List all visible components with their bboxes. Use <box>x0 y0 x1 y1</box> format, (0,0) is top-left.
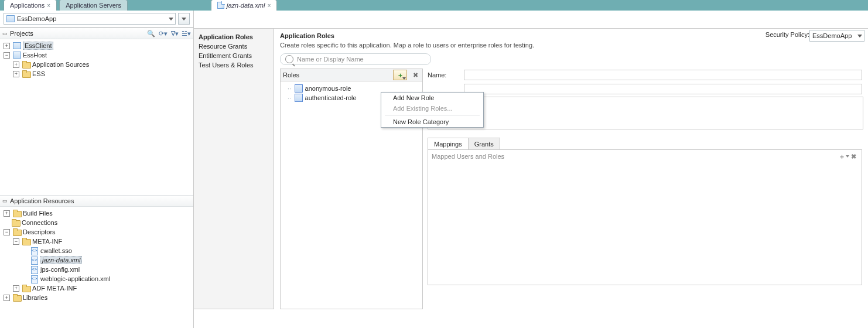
subtab-mappings[interactable]: Mappings <box>428 138 469 149</box>
detail-subtabs: Mappings Grants <box>428 138 862 150</box>
tree-node-libraries[interactable]: + Libraries <box>4 293 191 302</box>
tree-node-ess[interactable]: + ESS <box>13 69 191 78</box>
expand-icon[interactable]: + <box>4 295 10 301</box>
tree-node-cwallet[interactable]: cwallet.sso <box>22 246 191 255</box>
tree-line-icon: ·· <box>288 95 292 101</box>
app-menu-button[interactable] <box>178 13 190 25</box>
expand-icon[interactable]: + <box>4 43 10 49</box>
collapse-icon[interactable]: − <box>13 238 19 245</box>
menu-separator <box>385 115 480 115</box>
chevron-down-icon <box>402 77 406 80</box>
tree-node-descriptors[interactable]: − Descriptors <box>4 227 191 237</box>
tree-node-jazn-data[interactable]: jazn-data.xml <box>22 255 191 265</box>
delete-role-button[interactable]: ✖ <box>411 70 420 80</box>
collapse-icon: ▭ <box>2 30 8 36</box>
refresh-icon[interactable]: ⟳▾ <box>158 29 168 38</box>
section-description: Create roles specific to this applicatio… <box>280 42 862 52</box>
tree-line-icon: ·· <box>288 86 292 92</box>
editor-content: Security Policy: EssDemoApp Application … <box>274 28 868 309</box>
tree-node-essclient[interactable]: + EssClient <box>4 41 191 50</box>
role-icon <box>295 94 303 102</box>
tab-label: Application Servers <box>66 2 121 9</box>
tree-node-esshost[interactable]: − EssHost <box>4 50 191 60</box>
editor-area: Application Roles Resource Grants Entitl… <box>194 11 868 328</box>
collapse-icon[interactable]: − <box>4 229 10 235</box>
menu-add-new-role[interactable]: Add New Role <box>381 93 483 103</box>
search-placeholder: Name or Display Name <box>297 56 364 63</box>
close-icon[interactable]: × <box>267 2 271 9</box>
mappings-pane: Mapped Users and Roles ＋ ✖ <box>428 150 862 285</box>
description-field[interactable] <box>428 97 863 129</box>
app-name: EssDemoApp <box>17 15 56 22</box>
mappings-header: Mapped Users and Roles ＋ ✖ <box>428 150 862 163</box>
security-policy-label: Security Policy: <box>766 31 809 38</box>
folder-icon <box>13 228 21 235</box>
nav-application-roles[interactable]: Application Roles <box>199 32 269 42</box>
folder-icon <box>22 285 30 292</box>
nav-entitlement-grants[interactable]: Entitlement Grants <box>199 51 269 60</box>
tree-label: Build Files <box>23 210 53 217</box>
name-field[interactable] <box>464 70 862 80</box>
expand-icon <box>4 220 9 226</box>
tab-app-servers[interactable]: Application Servers <box>59 0 128 11</box>
xml-file-icon <box>217 2 224 9</box>
tree-node-adf-meta-inf[interactable]: + ADF META-INF <box>13 283 191 293</box>
folder-icon <box>13 294 21 301</box>
panel-tabset: Applications × Application Servers <box>4 0 130 11</box>
collapse-icon[interactable]: − <box>4 52 10 59</box>
name-field-label: Name: <box>428 71 458 78</box>
expand-icon[interactable]: + <box>4 210 10 217</box>
tab-label: Applications <box>10 2 45 9</box>
nav-test-users-roles[interactable]: Test Users & Roles <box>199 60 269 70</box>
display-name-field[interactable] <box>464 84 862 94</box>
expand-icon[interactable]: + <box>13 71 19 77</box>
project-icon <box>13 52 21 59</box>
delete-mapping-button[interactable]: ✖ <box>849 152 858 161</box>
add-role-button[interactable]: ＋ <box>393 70 407 80</box>
tree-node-connections[interactable]: Connections <box>4 218 191 227</box>
xml-file-icon <box>30 257 39 264</box>
tab-applications[interactable]: Applications × <box>4 0 57 11</box>
security-policy-value: EssDemoApp <box>812 32 852 39</box>
role-search-input[interactable]: Name or Display Name <box>280 53 431 65</box>
chevron-down-icon <box>182 18 186 20</box>
tab-jazn-data[interactable]: jazn-data.xml × <box>211 0 277 11</box>
project-icon <box>13 42 21 49</box>
tree-label: weblogic-application.xml <box>40 275 110 282</box>
tab-label: jazn-data.xml <box>227 2 265 9</box>
search-icon[interactable]: 🔍 <box>146 29 156 38</box>
folder-icon <box>22 238 30 245</box>
application-selector[interactable]: EssDemoApp <box>4 13 176 25</box>
projects-tree[interactable]: + EssClient − EssHost + Application Sour… <box>0 39 193 195</box>
tree-node-jps-config[interactable]: jps-config.xml <box>22 265 191 274</box>
tree-node-meta-inf[interactable]: − META-INF <box>13 237 191 246</box>
tree-node-app-sources[interactable]: + Application Sources <box>13 60 191 69</box>
collapse-icon: ▭ <box>2 198 8 204</box>
app-resources-tree[interactable]: + Build Files Connections − Descriptors <box>0 207 193 310</box>
layout-icon[interactable]: ☱▾ <box>182 29 191 38</box>
tree-label: Descriptors <box>23 228 56 235</box>
tree-node-weblogic-app[interactable]: weblogic-application.xml <box>22 274 191 283</box>
projects-header[interactable]: ▭ Projects 🔍 ⟳▾ ∇▾ ☱▾ <box>0 28 193 39</box>
folder-icon <box>22 70 30 77</box>
security-policy-select[interactable]: EssDemoApp <box>809 30 864 42</box>
menu-new-role-category[interactable]: New Role Category <box>381 117 483 127</box>
tree-node-build-files[interactable]: + Build Files <box>4 209 191 218</box>
tree-label: EssClient <box>23 42 53 50</box>
roles-header-label: Roles <box>283 71 299 78</box>
close-icon[interactable]: × <box>47 2 50 9</box>
add-mapping-button[interactable]: ＋ <box>839 152 849 161</box>
tree-label: Libraries <box>23 294 47 301</box>
tree-label: jazn-data.xml <box>40 256 82 264</box>
expand-icon[interactable]: + <box>13 62 19 68</box>
expand-icon[interactable]: + <box>13 285 19 292</box>
filter-icon[interactable]: ∇▾ <box>170 29 179 38</box>
app-resources-header[interactable]: ▭ Application Resources <box>0 195 193 207</box>
projects-toolbar: 🔍 ⟳▾ ∇▾ ☱▾ <box>146 29 191 38</box>
nav-resource-grants[interactable]: Resource Grants <box>199 42 269 51</box>
chevron-down-icon <box>169 18 173 20</box>
chevron-down-icon <box>857 35 862 37</box>
subtab-grants[interactable]: Grants <box>468 138 500 149</box>
editor-section-nav: Application Roles Resource Grants Entitl… <box>194 28 274 309</box>
folder-icon <box>13 210 21 217</box>
